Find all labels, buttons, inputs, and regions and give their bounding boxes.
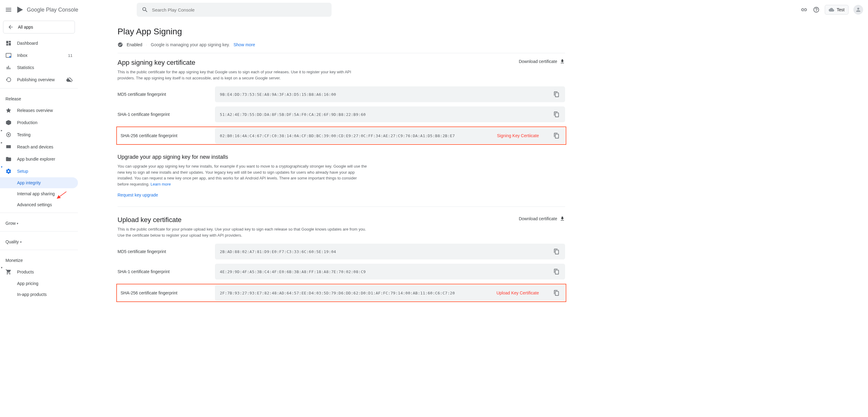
statistics-icon	[5, 65, 11, 71]
upload-section-head: Upload key certificate Download certific…	[118, 216, 565, 226]
search-icon	[142, 6, 148, 13]
status-enabled-label: Enabled	[127, 42, 142, 47]
annotation-upload-key: Upload Key Certificate	[497, 290, 539, 296]
sidebar-item-app-pricing[interactable]: App pricing	[0, 278, 78, 289]
section-grow[interactable]: Grow▾	[0, 215, 78, 229]
play-console-logo-icon	[16, 5, 24, 14]
back-all-apps-button[interactable]: All apps	[3, 21, 75, 33]
link-icon[interactable]	[800, 6, 808, 13]
releases-icon	[5, 107, 11, 113]
sidebar-item-statistics[interactable]: Statistics	[0, 62, 78, 74]
sidebar-item-production[interactable]: Production	[0, 116, 78, 129]
annotation-signing-key: Signing Key Certiicate	[497, 133, 539, 138]
page-title: Play App Signing	[118, 27, 565, 36]
download-upload-cert-button[interactable]: Download certificate	[519, 216, 565, 221]
sidebar-item-app-bundle-explorer[interactable]: App bundle explorer	[0, 153, 78, 165]
copy-icon[interactable]	[553, 111, 560, 118]
fingerprint-row-upload-md5: MD5 certificate fingerprint 2B:AD:88:02:…	[118, 244, 565, 259]
dashboard-icon	[5, 40, 11, 46]
arrow-left-icon	[8, 24, 14, 30]
sidebar-item-in-app-products[interactable]: In-app products	[0, 289, 78, 300]
production-icon	[5, 119, 11, 126]
bundle-icon	[5, 156, 11, 162]
sidebar: All apps Dashboard Inbox 11 Statistics P…	[0, 20, 78, 324]
section-release: Release	[0, 91, 78, 104]
sidebar-item-releases-overview[interactable]: Releases overview	[0, 104, 78, 116]
signing-section-head: App signing key certificate Download cer…	[118, 59, 565, 69]
fingerprint-row-sha256-highlighted: SHA-256 certificate fingerprint 02:B0:16…	[116, 127, 566, 145]
divider	[0, 250, 78, 250]
download-icon	[560, 59, 565, 64]
fingerprint-value: 51:A2:4E:7D:55:DD:DA:8F:5B:DF:5A:F0:CA:2…	[220, 112, 548, 117]
signing-title: App signing key certificate	[118, 59, 195, 67]
fingerprint-row-md5: MD5 certificate fingerprint 9B:E4:DD:73:…	[118, 86, 565, 102]
back-label: All apps	[18, 25, 33, 30]
sidebar-item-testing[interactable]: Testing	[0, 129, 78, 141]
profile-label: Test	[837, 7, 844, 12]
fingerprint-row-upload-sha1: SHA-1 certificate fingerprint 4E:29:9D:4…	[118, 264, 565, 280]
profile-chip[interactable]: Test	[825, 5, 848, 14]
sidebar-item-dashboard[interactable]: Dashboard	[0, 37, 78, 49]
sidebar-item-app-integrity[interactable]: App integrity	[0, 177, 78, 188]
signing-desc: This is the public certificate for the a…	[118, 69, 367, 81]
logo-text: Google Play Console	[27, 7, 78, 13]
chevron-right-icon[interactable]: ▸	[1, 141, 2, 144]
svg-point-3	[8, 134, 9, 136]
sidebar-item-reach-devices[interactable]: Reach and devices	[0, 141, 78, 153]
inbox-icon	[5, 52, 11, 59]
download-signing-cert-button[interactable]: Download certificate	[519, 59, 565, 64]
main-content: Play App Signing Enabled · Google is man…	[78, 20, 601, 324]
search-input[interactable]	[152, 7, 327, 12]
hamburger-menu-icon[interactable]	[5, 6, 12, 13]
check-circle-icon	[118, 42, 123, 47]
learn-more-link[interactable]: Learn more	[150, 182, 170, 186]
search-box[interactable]	[137, 3, 332, 17]
divider	[0, 213, 78, 213]
section-quality[interactable]: Quality▾	[0, 234, 78, 247]
show-more-link[interactable]: Show more	[234, 42, 255, 47]
testing-icon	[5, 132, 11, 138]
gear-icon	[5, 168, 11, 174]
sidebar-item-setup[interactable]: Setup	[0, 165, 78, 177]
sidebar-item-products[interactable]: Products	[0, 266, 78, 278]
fingerprint-row-upload-sha256-highlighted: SHA-256 certificate fingerprint 2F:7B:93…	[116, 284, 566, 302]
copy-icon[interactable]	[553, 268, 560, 275]
fingerprint-value: 02:B0:16:4A:C4:67:CF:C0:38:14:0A:CF:BD:B…	[220, 134, 488, 138]
top-header: Google Play Console Test	[0, 0, 868, 20]
fingerprint-value: 2B:AD:88:02:A7:81:D9:E0:F7:C3:33:6C:60:5…	[220, 249, 548, 254]
upload-desc: This is the public certificate for your …	[118, 226, 367, 238]
upload-title: Upload key certificate	[118, 216, 182, 224]
copy-icon[interactable]	[553, 248, 560, 255]
fingerprint-row-sha1: SHA-1 certificate fingerprint 51:A2:4E:7…	[118, 106, 565, 122]
upgrade-title: Upgrade your app signing key for new ins…	[118, 154, 565, 160]
chevron-right-icon[interactable]: ▸	[1, 129, 2, 132]
download-icon	[560, 216, 565, 221]
status-text: Google is managing your app signing key.	[151, 42, 230, 47]
avatar[interactable]	[854, 5, 863, 14]
sidebar-item-inbox[interactable]: Inbox 11	[0, 49, 78, 62]
header-right: Test	[800, 5, 863, 14]
divider	[118, 207, 565, 207]
help-icon[interactable]	[813, 6, 820, 13]
logo[interactable]: Google Play Console	[16, 5, 78, 14]
svg-point-1	[9, 56, 11, 58]
divider	[0, 231, 78, 232]
section-monetize: Monetize	[0, 252, 78, 266]
chevron-down-icon[interactable]: ▾	[1, 266, 2, 269]
fingerprint-value: 4E:29:9D:4F:A5:3B:C4:4F:E0:6B:3B:A8:FF:1…	[220, 270, 548, 274]
fingerprint-value: 9B:E4:DD:73:53:5E:A8:9A:3F:A3:D5:15:B8:A…	[220, 92, 548, 97]
chevron-down-icon[interactable]: ▾	[1, 165, 2, 169]
copy-icon[interactable]	[553, 289, 560, 297]
sidebar-item-advanced-settings[interactable]: Advanced settings	[0, 199, 78, 210]
status-row: Enabled · Google is managing your app si…	[118, 42, 565, 53]
cloud-off-icon	[66, 77, 72, 83]
sidebar-item-publishing-overview[interactable]: Publishing overview	[0, 74, 78, 86]
copy-icon[interactable]	[553, 132, 560, 139]
copy-icon[interactable]	[553, 91, 560, 98]
sidebar-item-internal-app-sharing[interactable]: Internal app sharing	[0, 188, 78, 199]
request-key-upgrade-link[interactable]: Request key upgrade	[118, 193, 158, 198]
inbox-badge: 11	[68, 53, 72, 58]
svg-marker-0	[18, 7, 23, 13]
upgrade-section: Upgrade your app signing key for new ins…	[118, 154, 565, 198]
cart-icon	[5, 269, 11, 275]
